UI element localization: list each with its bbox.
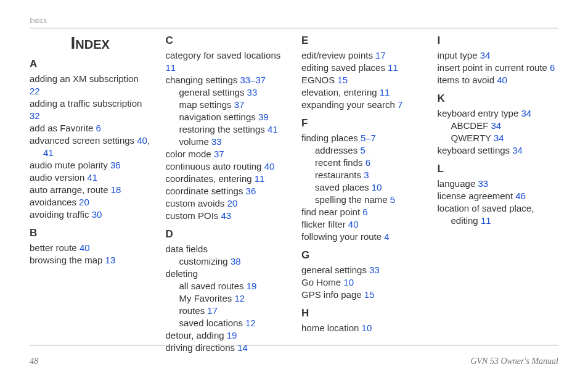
index-entry: routes 17	[166, 305, 287, 317]
index-page-ref[interactable]: 37	[214, 149, 224, 159]
index-page-ref[interactable]: 34	[521, 108, 531, 118]
index-page-ref[interactable]: 22	[30, 86, 40, 96]
index-entry-text: browsing the map	[30, 255, 105, 265]
index-entry-text: adding an XM subscription	[30, 73, 139, 84]
index-page-ref[interactable]: 11	[255, 173, 265, 184]
index-page-ref[interactable]: 15	[337, 75, 348, 85]
index-page-ref[interactable]: 11	[380, 87, 390, 97]
index-entry: data fields	[166, 243, 287, 255]
index-page-ref[interactable]: 15	[364, 289, 375, 300]
index-page-ref[interactable]: 33	[247, 87, 258, 97]
index-page-ref[interactable]: 12	[245, 318, 256, 328]
index-entry: coordinates, entering 11	[166, 173, 287, 185]
index-page-ref[interactable]: 17	[375, 50, 386, 60]
index-page-ref[interactable]: 13	[105, 255, 116, 265]
index-page-ref[interactable]: 6	[96, 123, 101, 133]
index-letter: L	[438, 163, 559, 175]
index-entry-text: ABCDEF	[451, 120, 491, 131]
index-page-ref[interactable]: 33–37	[240, 75, 266, 85]
index-page-ref[interactable]: 36	[246, 186, 256, 196]
index-entry-text: My Favorites	[179, 293, 235, 303]
index-page-ref[interactable]: 20	[227, 198, 238, 208]
index-entry-text: EGNOS	[301, 75, 337, 85]
index-page-ref[interactable]: 40	[497, 75, 507, 85]
index-entry-text: GPS info page	[301, 289, 364, 300]
index-entry: find near point 6	[301, 206, 423, 218]
index-entry: following your route 4	[301, 231, 423, 243]
index-entry: avoidances 20	[30, 196, 151, 208]
index-letter: C	[166, 35, 287, 47]
index-page-ref[interactable]: 7	[398, 99, 402, 110]
index-page-ref[interactable]: 33	[478, 178, 488, 189]
index-columns: IndexAadding an XM subscription 22adding…	[30, 35, 558, 354]
index-page-ref[interactable]: 6	[365, 157, 370, 168]
index-entry-text: custom avoids	[166, 198, 227, 208]
index-entry: audio version 41	[30, 171, 151, 184]
index-entry: all saved routes 19	[166, 280, 287, 292]
index-entry: edit/review points 17	[301, 49, 423, 62]
index-letter: F	[301, 117, 423, 130]
top-rule	[30, 28, 558, 28]
index-entry-text: deleting	[166, 268, 198, 279]
index-page-ref[interactable]: 11	[166, 62, 176, 73]
index-page-ref[interactable]: 19	[247, 281, 257, 291]
index-page-ref[interactable]: 37	[234, 99, 245, 110]
index-page-ref[interactable]: 32	[30, 110, 40, 121]
index-page-ref[interactable]: 10	[362, 323, 372, 333]
index-entry-text: flicker filter	[301, 219, 348, 229]
index-page-ref[interactable]: 40	[80, 242, 90, 253]
index-entry-text: customizing	[179, 256, 231, 266]
index-page-ref[interactable]: 4	[384, 231, 389, 242]
index-page-ref[interactable]: 20	[79, 197, 89, 207]
index-entry-text: location of saved place,	[438, 203, 534, 213]
index-entry-text: expanding your search	[301, 99, 398, 110]
index-page-ref[interactable]: 33	[211, 136, 222, 147]
index-page-ref[interactable]: 39	[258, 112, 269, 122]
index-entry: changing settings 33–37	[166, 74, 287, 86]
index-page-ref[interactable]: 34	[480, 50, 491, 60]
index-page-ref[interactable]: 3	[364, 170, 369, 180]
index-entry-text: map settings	[179, 99, 234, 110]
index-page-ref[interactable]: 17	[207, 305, 218, 316]
index-page-ref[interactable]: 18	[111, 184, 121, 195]
index-entry: category for saved locations 11	[166, 49, 287, 74]
index-page-ref[interactable]: 46	[515, 191, 526, 201]
index-page-ref[interactable]: 11	[388, 62, 398, 73]
index-page-ref[interactable]: 14	[237, 342, 248, 353]
index-entry: GPS info page 15	[301, 289, 423, 301]
index-page-ref[interactable]: 12	[235, 293, 245, 303]
index-page-ref[interactable]: 34	[491, 120, 502, 131]
index-entry-text: auto arrange, route	[30, 184, 111, 195]
index-page-ref[interactable]: 41	[267, 124, 278, 134]
index-page-ref[interactable]: 10	[343, 277, 354, 287]
index-page-ref[interactable]: 34	[494, 133, 504, 143]
index-page-ref[interactable]: 43	[221, 210, 232, 221]
index-page-ref[interactable]: 5–7	[361, 133, 376, 143]
index-page-ref[interactable]: 41	[43, 147, 54, 158]
index-page-ref[interactable]: 6	[362, 207, 367, 217]
index-entry: license agreement 46	[438, 190, 559, 202]
index-entry-text: Go Home	[301, 277, 343, 287]
index-page-ref[interactable]: 19	[227, 330, 237, 340]
index-page-ref[interactable]: 40	[348, 219, 359, 229]
index-page-ref[interactable]: 34	[512, 145, 523, 155]
index-page-ref[interactable]: 30	[92, 209, 102, 220]
index-entry-text: insert point in current route	[438, 62, 550, 73]
index-page-ref[interactable]: 5	[360, 145, 365, 155]
index-page-ref[interactable]: 41	[87, 172, 97, 183]
index-page-ref[interactable]: 6	[550, 62, 555, 73]
index-page-ref[interactable]: 38	[231, 256, 241, 266]
index-entry-text: editing saved places	[301, 62, 388, 73]
index-page-ref[interactable]: 10	[372, 182, 382, 192]
index-entry-text: changing settings	[166, 75, 240, 85]
index-entry-text: audio version	[30, 172, 87, 183]
index-page-ref[interactable]: 33	[369, 265, 380, 275]
page-footer: 48 GVN 53 Owner's Manual	[30, 356, 558, 366]
index-page-ref[interactable]: 40	[137, 135, 147, 146]
index-page-ref[interactable]: 11	[481, 215, 491, 226]
index-page-ref[interactable]: 36	[110, 160, 121, 170]
index-page-ref[interactable]: 40	[264, 161, 275, 171]
index-entry: general settings 33	[301, 264, 423, 276]
index-page-ref[interactable]: 5	[390, 194, 395, 205]
index-entry: general settings 33	[166, 86, 287, 99]
